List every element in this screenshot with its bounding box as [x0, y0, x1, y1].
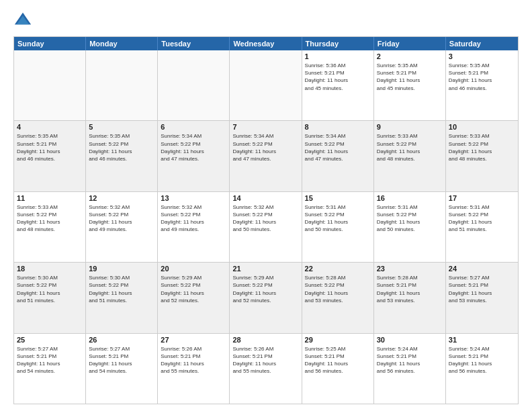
- day-number: 4: [17, 123, 83, 131]
- cal-cell-day-12: 12Sunrise: 5:32 AM Sunset: 5:22 PM Dayli…: [86, 192, 158, 262]
- cal-cell-day-21: 21Sunrise: 5:29 AM Sunset: 5:22 PM Dayli…: [230, 263, 302, 332]
- day-detail: Sunrise: 5:35 AM Sunset: 5:21 PM Dayligh…: [17, 132, 83, 163]
- day-number: 25: [17, 336, 83, 344]
- day-number: 27: [161, 336, 226, 344]
- header-day-thursday: Thursday: [302, 37, 374, 50]
- cal-cell-day-22: 22Sunrise: 5:28 AM Sunset: 5:22 PM Dayli…: [302, 263, 374, 332]
- cal-week-3: 11Sunrise: 5:33 AM Sunset: 5:22 PM Dayli…: [14, 192, 518, 263]
- day-number: 18: [17, 265, 83, 273]
- day-detail: Sunrise: 5:35 AM Sunset: 5:22 PM Dayligh…: [89, 132, 154, 163]
- day-detail: Sunrise: 5:27 AM Sunset: 5:21 PM Dayligh…: [449, 274, 515, 304]
- day-detail: Sunrise: 5:32 AM Sunset: 5:22 PM Dayligh…: [161, 203, 226, 234]
- cal-cell-day-5: 5Sunrise: 5:35 AM Sunset: 5:22 PM Daylig…: [86, 121, 158, 191]
- day-detail: Sunrise: 5:32 AM Sunset: 5:22 PM Dayligh…: [89, 203, 154, 234]
- day-number: 10: [449, 123, 515, 131]
- header-day-wednesday: Wednesday: [230, 37, 302, 50]
- cal-cell-day-27: 27Sunrise: 5:26 AM Sunset: 5:21 PM Dayli…: [158, 334, 230, 404]
- header-day-saturday: Saturday: [446, 37, 518, 50]
- day-detail: Sunrise: 5:30 AM Sunset: 5:22 PM Dayligh…: [89, 274, 154, 304]
- header-day-monday: Monday: [86, 37, 158, 50]
- day-detail: Sunrise: 5:34 AM Sunset: 5:22 PM Dayligh…: [232, 132, 298, 163]
- cal-week-5: 25Sunrise: 5:27 AM Sunset: 5:21 PM Dayli…: [14, 334, 518, 404]
- day-number: 23: [377, 265, 443, 273]
- day-number: 22: [305, 265, 371, 273]
- cal-cell-day-7: 7Sunrise: 5:34 AM Sunset: 5:22 PM Daylig…: [230, 121, 302, 191]
- calendar-header: SundayMondayTuesdayWednesdayThursdayFrid…: [14, 37, 518, 50]
- cal-cell-day-16: 16Sunrise: 5:31 AM Sunset: 5:22 PM Dayli…: [374, 192, 446, 262]
- day-number: 14: [232, 194, 298, 202]
- day-detail: Sunrise: 5:31 AM Sunset: 5:22 PM Dayligh…: [305, 203, 371, 234]
- day-number: 16: [377, 194, 443, 202]
- page: SundayMondayTuesdayWednesdayThursdayFrid…: [0, 0, 532, 411]
- day-number: 7: [232, 123, 298, 131]
- day-number: 30: [377, 336, 443, 344]
- cal-week-2: 4Sunrise: 5:35 AM Sunset: 5:21 PM Daylig…: [14, 121, 518, 191]
- header-day-sunday: Sunday: [14, 37, 86, 50]
- day-number: 2: [377, 52, 443, 60]
- day-detail: Sunrise: 5:30 AM Sunset: 5:22 PM Dayligh…: [17, 274, 83, 304]
- day-number: 15: [305, 194, 371, 202]
- cal-cell-day-6: 6Sunrise: 5:34 AM Sunset: 5:22 PM Daylig…: [158, 121, 230, 191]
- cal-cell-empty: [230, 50, 302, 120]
- cal-cell-day-25: 25Sunrise: 5:27 AM Sunset: 5:21 PM Dayli…: [14, 334, 86, 404]
- cal-cell-day-23: 23Sunrise: 5:28 AM Sunset: 5:21 PM Dayli…: [374, 263, 446, 332]
- day-number: 13: [161, 194, 226, 202]
- cal-cell-day-26: 26Sunrise: 5:27 AM Sunset: 5:21 PM Dayli…: [86, 334, 158, 404]
- day-detail: Sunrise: 5:26 AM Sunset: 5:21 PM Dayligh…: [161, 345, 226, 375]
- logo: [13, 11, 35, 30]
- day-number: 8: [305, 123, 371, 131]
- cal-cell-day-31: 31Sunrise: 5:24 AM Sunset: 5:21 PM Dayli…: [446, 334, 518, 404]
- day-detail: Sunrise: 5:24 AM Sunset: 5:21 PM Dayligh…: [377, 345, 443, 375]
- day-detail: Sunrise: 5:26 AM Sunset: 5:21 PM Dayligh…: [232, 345, 298, 375]
- day-detail: Sunrise: 5:29 AM Sunset: 5:22 PM Dayligh…: [161, 274, 226, 304]
- cal-week-1: 1Sunrise: 5:36 AM Sunset: 5:21 PM Daylig…: [14, 50, 518, 121]
- header-day-tuesday: Tuesday: [158, 37, 230, 50]
- cal-cell-empty: [14, 50, 86, 120]
- day-number: 21: [232, 265, 298, 273]
- day-detail: Sunrise: 5:24 AM Sunset: 5:21 PM Dayligh…: [449, 345, 515, 375]
- day-detail: Sunrise: 5:27 AM Sunset: 5:21 PM Dayligh…: [89, 345, 154, 375]
- day-number: 9: [377, 123, 443, 131]
- logo-icon: [13, 11, 32, 30]
- day-detail: Sunrise: 5:27 AM Sunset: 5:21 PM Dayligh…: [17, 345, 83, 375]
- day-detail: Sunrise: 5:33 AM Sunset: 5:22 PM Dayligh…: [449, 132, 515, 163]
- cal-cell-day-1: 1Sunrise: 5:36 AM Sunset: 5:21 PM Daylig…: [302, 50, 374, 120]
- header: [13, 11, 519, 30]
- day-number: 3: [449, 52, 515, 60]
- cal-cell-day-28: 28Sunrise: 5:26 AM Sunset: 5:21 PM Dayli…: [230, 334, 302, 404]
- day-number: 6: [161, 123, 226, 131]
- cal-cell-day-10: 10Sunrise: 5:33 AM Sunset: 5:22 PM Dayli…: [446, 121, 518, 191]
- day-detail: Sunrise: 5:35 AM Sunset: 5:21 PM Dayligh…: [377, 62, 443, 92]
- day-detail: Sunrise: 5:28 AM Sunset: 5:22 PM Dayligh…: [305, 274, 371, 304]
- cal-cell-day-17: 17Sunrise: 5:31 AM Sunset: 5:22 PM Dayli…: [446, 192, 518, 262]
- day-number: 17: [449, 194, 515, 202]
- calendar-body: 1Sunrise: 5:36 AM Sunset: 5:21 PM Daylig…: [14, 50, 518, 404]
- day-number: 11: [17, 194, 83, 202]
- day-number: 24: [449, 265, 515, 273]
- calendar: SundayMondayTuesdayWednesdayThursdayFrid…: [13, 36, 519, 404]
- day-number: 20: [161, 265, 226, 273]
- day-detail: Sunrise: 5:36 AM Sunset: 5:21 PM Dayligh…: [305, 62, 371, 92]
- cal-cell-day-20: 20Sunrise: 5:29 AM Sunset: 5:22 PM Dayli…: [158, 263, 230, 332]
- cal-week-4: 18Sunrise: 5:30 AM Sunset: 5:22 PM Dayli…: [14, 263, 518, 333]
- cal-cell-day-18: 18Sunrise: 5:30 AM Sunset: 5:22 PM Dayli…: [14, 263, 86, 332]
- cal-cell-day-13: 13Sunrise: 5:32 AM Sunset: 5:22 PM Dayli…: [158, 192, 230, 262]
- cal-cell-day-8: 8Sunrise: 5:34 AM Sunset: 5:22 PM Daylig…: [302, 121, 374, 191]
- cal-cell-day-3: 3Sunrise: 5:35 AM Sunset: 5:21 PM Daylig…: [446, 50, 518, 120]
- cal-cell-day-14: 14Sunrise: 5:32 AM Sunset: 5:22 PM Dayli…: [230, 192, 302, 262]
- day-number: 19: [89, 265, 154, 273]
- cal-cell-day-19: 19Sunrise: 5:30 AM Sunset: 5:22 PM Dayli…: [86, 263, 158, 332]
- day-number: 26: [89, 336, 154, 344]
- cal-cell-day-29: 29Sunrise: 5:25 AM Sunset: 5:21 PM Dayli…: [302, 334, 374, 404]
- day-detail: Sunrise: 5:35 AM Sunset: 5:21 PM Dayligh…: [449, 62, 515, 92]
- day-number: 28: [232, 336, 298, 344]
- cal-cell-day-9: 9Sunrise: 5:33 AM Sunset: 5:22 PM Daylig…: [374, 121, 446, 191]
- day-number: 5: [89, 123, 154, 131]
- day-detail: Sunrise: 5:31 AM Sunset: 5:22 PM Dayligh…: [449, 203, 515, 234]
- day-detail: Sunrise: 5:33 AM Sunset: 5:22 PM Dayligh…: [377, 132, 443, 163]
- day-detail: Sunrise: 5:32 AM Sunset: 5:22 PM Dayligh…: [232, 203, 298, 234]
- cal-cell-day-30: 30Sunrise: 5:24 AM Sunset: 5:21 PM Dayli…: [374, 334, 446, 404]
- cal-cell-day-24: 24Sunrise: 5:27 AM Sunset: 5:21 PM Dayli…: [446, 263, 518, 332]
- cal-cell-day-2: 2Sunrise: 5:35 AM Sunset: 5:21 PM Daylig…: [374, 50, 446, 120]
- cal-cell-day-4: 4Sunrise: 5:35 AM Sunset: 5:21 PM Daylig…: [14, 121, 86, 191]
